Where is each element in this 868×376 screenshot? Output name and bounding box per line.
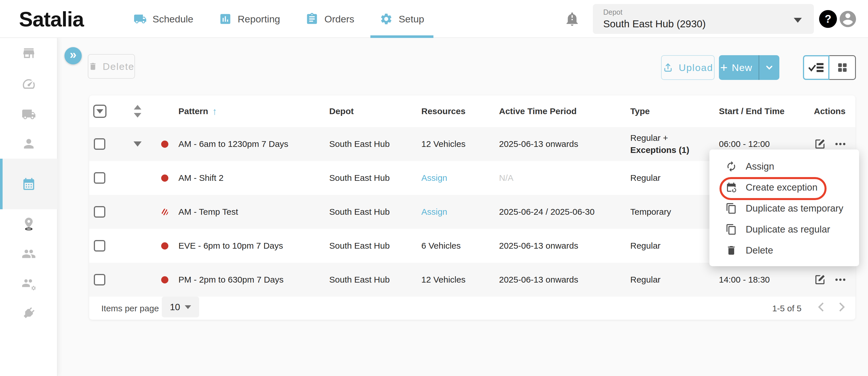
depot-cell: South East Hub: [329, 275, 421, 284]
row-checkbox[interactable]: [94, 206, 105, 217]
trash-icon: [725, 245, 737, 256]
sidebar-item-vehicles truck-icon[interactable]: [22, 107, 36, 122]
sidebar-item-teams people-icon[interactable]: [22, 247, 36, 261]
assign-link[interactable]: Assign: [421, 207, 447, 217]
row-checkbox[interactable]: [94, 138, 105, 150]
previous-page-button[interactable]: [814, 300, 828, 314]
delete-selected-button[interactable]: Delete: [88, 54, 135, 79]
period-cell: 2025-06-13 onwards: [499, 241, 630, 251]
type-cell: Temporary: [630, 207, 719, 217]
menu-item-assign[interactable]: Assign: [709, 156, 859, 177]
pattern-name[interactable]: EVE - 6pm to 10pm 7 Days: [179, 241, 329, 251]
nav-schedule-label: Schedule: [153, 13, 193, 25]
period-cell: N/A: [499, 173, 630, 183]
truck-icon: [133, 12, 147, 26]
new-dropdown-button[interactable]: [758, 55, 779, 80]
period-cell: 2025-06-24 / 2025-06-30: [499, 207, 630, 217]
menu-item-duplicate-as-temporary[interactable]: Duplicate as temporary: [709, 198, 859, 219]
menu-item-delete[interactable]: Delete: [709, 240, 859, 261]
chevron-down-icon: [185, 305, 191, 309]
sidebar-item-locations map-pin-icon[interactable]: [22, 216, 36, 231]
resources-cell: 6 Vehicles: [421, 241, 499, 251]
depot-cell: South East Hub: [329, 139, 421, 149]
items-per-page-value: 10: [170, 302, 180, 312]
header-depot[interactable]: Depot: [329, 106, 421, 116]
sidebar-item-integrations plug-icon[interactable]: [22, 306, 36, 320]
pattern-name[interactable]: AM - Shift 2: [179, 173, 329, 183]
triangle-up-icon: [134, 105, 141, 109]
status-dot-regular: [161, 276, 168, 283]
resources-cell: 12 Vehicles: [421, 275, 499, 284]
nav-schedule[interactable]: Schedule: [121, 0, 206, 38]
edit-icon[interactable]: [814, 138, 826, 150]
table-header-row: Pattern↑ Depot Resources Active Time Per…: [89, 96, 855, 127]
sidebar-expand-button chevrons-right-icon[interactable]: »: [64, 47, 82, 64]
nav-orders[interactable]: Orders: [293, 0, 367, 38]
header-pattern[interactable]: Pattern↑: [179, 106, 329, 117]
satalia-logo: Satalia: [19, 7, 84, 31]
sidebar-item-user-management people-gear-icon[interactable]: [22, 277, 36, 291]
menu-item-label: Duplicate as temporary: [746, 203, 843, 214]
assign-link[interactable]: Assign: [421, 173, 447, 183]
header-start-end-time[interactable]: Start / End Time: [719, 106, 814, 116]
row-checkbox[interactable]: [94, 172, 105, 184]
time-cell: 14:00 - 18:30: [719, 275, 814, 284]
pattern-name[interactable]: AM - Temp Test: [179, 207, 329, 217]
edit-icon[interactable]: [814, 274, 826, 286]
nav-setup[interactable]: Setup: [367, 0, 437, 38]
select-all-checkbox[interactable]: [93, 105, 106, 118]
items-per-page-select[interactable]: 10: [162, 297, 199, 317]
trash-icon: [88, 61, 98, 72]
upload-button-label: Upload: [679, 62, 713, 73]
row-menu-button[interactable]: [835, 274, 846, 285]
chevron-down-icon: [96, 109, 103, 113]
sidebar: [0, 38, 58, 376]
row-menu-button[interactable]: [835, 138, 846, 150]
chevron-down-icon: [765, 63, 774, 72]
calendar-exception-icon: [725, 182, 737, 193]
menu-item-label: Create exception: [746, 182, 817, 193]
notification-bell-icon[interactable]: [565, 11, 580, 27]
gear-icon: [380, 12, 393, 26]
depot-cell: South East Hub: [329, 207, 421, 217]
depot-selector[interactable]: Depot South East Hub (2930): [593, 4, 814, 34]
upload-icon: [662, 62, 674, 73]
nav-reporting[interactable]: Reporting: [206, 0, 293, 38]
grid-icon: [836, 61, 849, 74]
menu-item-duplicate-as-regular[interactable]: Duplicate as regular: [709, 219, 859, 240]
sort-ascending-icon: ↑: [212, 106, 217, 117]
menu-item-label: Delete: [746, 245, 773, 256]
sidebar-item-dashboard speedometer-icon[interactable]: [22, 77, 36, 91]
header-resources[interactable]: Resources: [421, 106, 499, 116]
sidebar-item-drivers person-icon[interactable]: [22, 137, 36, 151]
header-active-time-period[interactable]: Active Time Period: [499, 106, 630, 116]
pattern-name[interactable]: PM - 2pm to 630pm 7 Days: [179, 275, 329, 284]
next-page-button[interactable]: [835, 300, 848, 314]
sidebar-item-shift-patterns calendar-icon[interactable]: [22, 177, 36, 191]
view-toggle: [803, 55, 856, 80]
sidebar-item-depots store-icon[interactable]: [22, 46, 36, 60]
bar-chart-icon: [219, 12, 232, 26]
help-button[interactable]: ?: [819, 10, 837, 28]
depot-cell: South East Hub: [329, 241, 421, 251]
items-per-page-label: Items per page: [101, 304, 159, 313]
sidebar-active-bar: [0, 159, 3, 209]
type-cell: Regular: [630, 241, 719, 251]
table-row: PM - 2pm to 630pm 7 Days South East Hub …: [89, 263, 855, 297]
delete-button-label: Delete: [103, 61, 134, 72]
pagination-bar: Items per page 10 1-5 of 5: [89, 297, 855, 320]
menu-item-create-exception[interactable]: Create exception: [709, 177, 859, 198]
pattern-name[interactable]: AM - 6am to 1230pm 7 Days: [179, 139, 329, 149]
row-expander chevron-down-icon[interactable]: [133, 141, 142, 147]
upload-button[interactable]: Upload: [661, 55, 715, 80]
row-checkbox[interactable]: [94, 240, 105, 251]
expand-collapse-all-control[interactable]: [134, 105, 141, 117]
list-view-button[interactable]: [803, 55, 830, 80]
avatar[interactable]: [838, 9, 858, 29]
type-cell: Regular +Exceptions (1): [630, 132, 719, 156]
triangle-down-icon: [134, 113, 141, 117]
new-button[interactable]: + New: [719, 55, 753, 80]
header-type[interactable]: Type: [630, 106, 719, 116]
grid-view-button[interactable]: [830, 55, 856, 80]
row-checkbox[interactable]: [94, 274, 105, 285]
